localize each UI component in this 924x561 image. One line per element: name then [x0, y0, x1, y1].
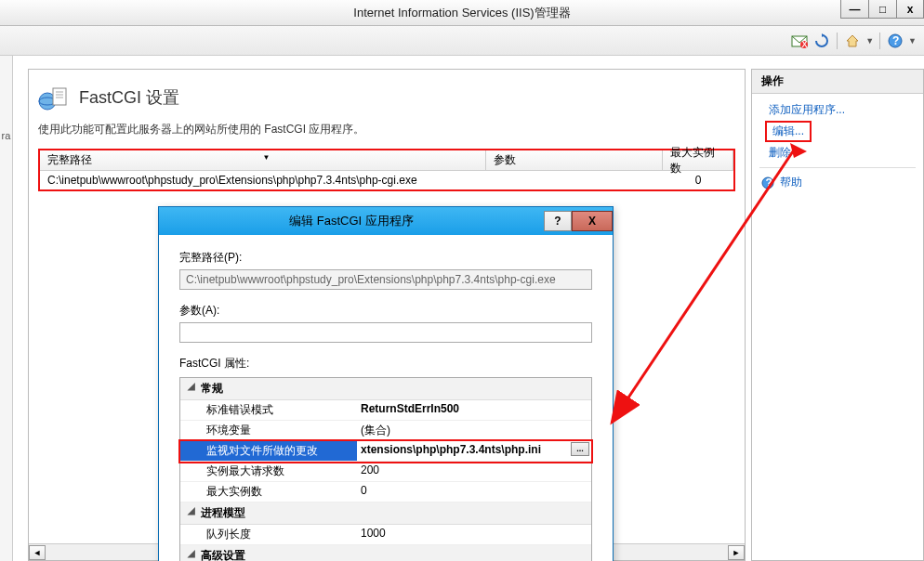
- monitor-changes-highlight: 监视对文件所做的更改 xtensions\php\php7.3.4nts\php…: [178, 439, 593, 463]
- dropdown-arrow-icon[interactable]: ▼: [908, 36, 917, 46]
- maximize-button[interactable]: □: [868, 0, 896, 19]
- home-icon[interactable]: [843, 32, 862, 50]
- sort-indicator-icon: ▼: [263, 153, 271, 162]
- dialog-title-buttons: ? X: [544, 211, 613, 231]
- actions-panel: 操作 添加应用程序... 编辑... 删除 ? 帮助: [751, 69, 924, 561]
- edit-fastcgi-dialog: 编辑 FastCGI 应用程序 ? X 完整路径(P): 参数(A): Fast…: [158, 206, 614, 561]
- toolbar-separator: [879, 33, 880, 49]
- arguments-input[interactable]: [179, 322, 592, 343]
- toolbar-separator: [837, 33, 838, 49]
- prop-value: (集合): [357, 421, 591, 440]
- prop-std-err-mode[interactable]: 标准错误模式 ReturnStdErrIn500: [180, 400, 591, 421]
- svg-text:x: x: [802, 36, 808, 48]
- prop-value-text: xtensions\php\php7.3.4nts\php.ini: [361, 443, 541, 456]
- window-titlebar: Internet Information Services (IIS)管理器 —…: [0, 0, 924, 26]
- field-full-path: 完整路径(P):: [179, 250, 592, 290]
- column-header-path-label: 完整路径: [47, 152, 92, 168]
- action-help-label: 帮助: [780, 175, 802, 190]
- toolbar: x ▼ ? ▼: [0, 26, 924, 56]
- help-icon[interactable]: ?: [886, 32, 904, 50]
- prop-value: 0: [357, 482, 591, 502]
- prop-name: 队列长度: [180, 525, 357, 544]
- cell-path: C:\inetpub\wwwroot\phpstudy_pro\Extensio…: [40, 174, 486, 187]
- prop-monitor-changes[interactable]: 监视对文件所做的更改 xtensions\php\php7.3.4nts\php…: [180, 441, 591, 462]
- window-title: Internet Information Services (IIS)管理器: [0, 5, 924, 21]
- actions-list: 添加应用程序... 编辑... 删除 ? 帮助: [752, 94, 923, 199]
- edit-highlight-box: 编辑...: [765, 121, 812, 142]
- fastcgi-icon: [38, 83, 68, 112]
- page-header: FastCGI 设置: [38, 83, 735, 112]
- prop-value: 200: [357, 462, 591, 481]
- page-description: 使用此功能可配置此服务器上的网站所使用的 FastCGI 应用程序。: [38, 122, 735, 137]
- collapse-icon[interactable]: ◢: [186, 549, 196, 559]
- minimize-button[interactable]: —: [840, 0, 868, 19]
- actions-header: 操作: [752, 70, 923, 94]
- prop-value: ReturnStdErrIn500: [357, 400, 591, 420]
- category-advanced-label: 高级设置: [201, 549, 245, 561]
- action-add-app[interactable]: 添加应用程序...: [752, 99, 923, 121]
- scroll-left-icon[interactable]: ◄: [29, 545, 46, 560]
- prop-max-instances[interactable]: 最大实例数 0: [180, 482, 591, 502]
- dialog-title: 编辑 FastCGI 应用程序: [159, 213, 544, 229]
- dialog-body: 完整路径(P): 参数(A): FastCGI 属性: ◢ 常规 标准错误模式 …: [159, 235, 613, 561]
- scroll-right-icon[interactable]: ►: [728, 545, 745, 560]
- dialog-titlebar[interactable]: 编辑 FastCGI 应用程序 ? X: [159, 207, 613, 235]
- dropdown-arrow-icon[interactable]: ▼: [865, 36, 874, 46]
- action-edit[interactable]: 编辑...: [772, 124, 804, 137]
- category-general-label: 常规: [201, 382, 223, 395]
- svg-text:?: ?: [892, 34, 899, 47]
- svg-marker-4: [847, 35, 858, 46]
- prop-name: 标准错误模式: [180, 400, 357, 420]
- fastcgi-table: 完整路径▼ 参数 最大实例数 C:\inetpub\wwwroot\phpstu…: [38, 149, 735, 191]
- field-arguments: 参数(A):: [179, 303, 592, 343]
- full-path-label: 完整路径(P):: [179, 250, 592, 266]
- prop-max-requests[interactable]: 实例最大请求数 200: [180, 462, 591, 482]
- dialog-help-button[interactable]: ?: [544, 211, 572, 231]
- full-path-input[interactable]: [179, 269, 592, 290]
- action-help[interactable]: ? 帮助: [752, 172, 923, 193]
- svg-rect-9: [53, 88, 66, 105]
- prop-value: 1000: [357, 525, 591, 544]
- prop-queue-length[interactable]: 队列长度 1000: [180, 525, 591, 545]
- table-header: 完整路径▼ 参数 最大实例数: [40, 150, 733, 171]
- prop-env-vars[interactable]: 环境变量 (集合): [180, 421, 591, 441]
- close-button[interactable]: x: [896, 0, 924, 19]
- prop-name: 环境变量: [180, 421, 357, 440]
- refresh-icon[interactable]: [812, 32, 831, 50]
- mail-icon[interactable]: x: [790, 32, 809, 50]
- help-icon: ?: [761, 176, 774, 189]
- svg-text:?: ?: [766, 176, 772, 189]
- window-controls: — □ x: [840, 0, 924, 19]
- category-process-label: 进程模型: [201, 506, 245, 519]
- propgrid-category-process[interactable]: ◢ 进程模型: [180, 502, 591, 525]
- column-header-max[interactable]: 最大实例数: [663, 150, 733, 170]
- propgrid-category-general[interactable]: ◢ 常规: [180, 378, 591, 400]
- action-delete[interactable]: 删除: [752, 142, 923, 163]
- page-title: FastCGI 设置: [79, 86, 179, 109]
- left-edge-label: ra: [0, 56, 13, 561]
- actions-separator: [759, 167, 916, 168]
- property-grid: ◢ 常规 标准错误模式 ReturnStdErrIn500 环境变量 (集合) …: [179, 377, 592, 561]
- prop-name: 实例最大请求数: [180, 462, 357, 481]
- dialog-close-button[interactable]: X: [572, 211, 613, 231]
- prop-value[interactable]: xtensions\php\php7.3.4nts\php.ini ...: [357, 441, 591, 461]
- browse-button[interactable]: ...: [571, 442, 589, 456]
- column-header-path[interactable]: 完整路径▼: [40, 150, 486, 170]
- fastcgi-props-label: FastCGI 属性:: [179, 356, 592, 372]
- arguments-label: 参数(A):: [179, 303, 592, 319]
- table-row[interactable]: C:\inetpub\wwwroot\phpstudy_pro\Extensio…: [40, 171, 733, 189]
- prop-name: 监视对文件所做的更改: [180, 441, 357, 461]
- prop-name: 最大实例数: [180, 482, 357, 502]
- column-header-param[interactable]: 参数: [486, 150, 663, 170]
- collapse-icon[interactable]: ◢: [186, 382, 196, 392]
- propgrid-category-advanced[interactable]: ◢ 高级设置: [180, 545, 591, 561]
- collapse-icon[interactable]: ◢: [186, 506, 196, 516]
